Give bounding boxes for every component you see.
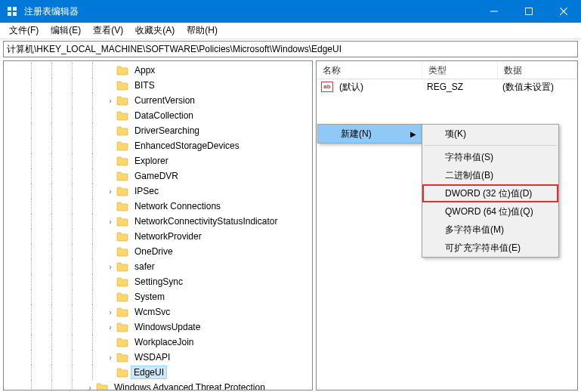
tree-item[interactable]: DriverSearching — [4, 123, 312, 138]
cell-name: (默认) — [333, 81, 421, 94]
tree-item[interactable]: DataCollection — [4, 108, 312, 123]
menu-item-key[interactable]: 项(K) — [422, 125, 558, 143]
tree-item[interactable]: Appx — [4, 63, 312, 78]
expander-icon[interactable]: › — [106, 262, 115, 271]
cell-data: (数值未设置) — [496, 81, 577, 94]
tree-item[interactable]: WorkplaceJoin — [4, 335, 312, 350]
tree-item-label: NetworkProvider — [134, 231, 202, 242]
svg-rect-0 — [8, 7, 11, 11]
expander-icon[interactable]: › — [106, 217, 115, 226]
menu-item-multistring[interactable]: 多字符串值(M) — [422, 221, 558, 239]
tree-item[interactable]: ›WindowsUpdate — [4, 319, 312, 335]
tree-item[interactable]: ›Windows Advanced Threat Protection — [4, 380, 312, 390]
tree-item[interactable]: ›WcmSvc — [4, 304, 312, 319]
menu-separator — [424, 145, 557, 146]
tree-item[interactable]: SettingSync — [4, 274, 312, 289]
tree-item[interactable]: NetworkProvider — [4, 229, 312, 244]
tree-item-label: WorkplaceJoin — [134, 337, 193, 347]
menu-edit[interactable]: 编辑(E) — [45, 23, 87, 39]
close-button[interactable] — [546, 0, 581, 23]
menu-item-qword[interactable]: QWORD (64 位)值(Q) — [422, 202, 558, 221]
menu-item-binary[interactable]: 二进制值(B) — [422, 166, 558, 184]
tree-item[interactable]: ›IPSec — [4, 184, 312, 199]
menu-item-new[interactable]: 新建(N) ▶ — [318, 125, 422, 143]
tree-item-label: safer — [134, 261, 155, 272]
menu-item-label: QWORD (64 位)值(Q) — [445, 205, 533, 218]
svg-rect-5 — [526, 8, 533, 15]
expander-icon[interactable]: › — [106, 96, 115, 105]
menu-item-label: 字符串值(S) — [445, 151, 493, 164]
menu-help[interactable]: 帮助(H) — [181, 23, 224, 39]
titlebar: 注册表编辑器 — [0, 0, 581, 23]
tree-item-label: Appx — [134, 65, 155, 76]
tree-item[interactable]: ›CurrentVersion — [4, 93, 312, 108]
list-row[interactable]: ab (默认) REG_SZ (数值未设置) — [317, 79, 577, 94]
menu-item-dword[interactable]: DWORD (32 位)值(D) — [422, 184, 558, 202]
tree-item-label: Explorer — [134, 156, 168, 166]
svg-rect-1 — [13, 7, 17, 11]
list-header: 名称 类型 数据 — [317, 61, 577, 79]
address-text: 计算机\HKEY_LOCAL_MACHINE\SOFTWARE\Policies… — [7, 43, 341, 56]
tree-item-label: BITS — [134, 80, 155, 91]
tree-item[interactable]: ›safer — [4, 259, 312, 274]
menu-favorites[interactable]: 收藏夹(A) — [129, 23, 181, 39]
tree-item-label: EdgeUI — [134, 367, 164, 378]
col-name[interactable]: 名称 — [317, 61, 422, 79]
menu-item-label: 新建(N) — [341, 128, 372, 140]
tree-item[interactable]: ›WSDAPI — [4, 350, 312, 365]
tree-item[interactable]: Network Connections — [4, 199, 312, 214]
tree-item-label: NetworkConnectivityStatusIndicator — [134, 216, 277, 227]
minimize-button[interactable] — [477, 0, 511, 23]
menu-item-label: 项(K) — [445, 128, 466, 140]
menu-file[interactable]: 文件(F) — [3, 23, 45, 39]
tree-item[interactable]: ›NetworkConnectivityStatusIndicator — [4, 214, 312, 229]
expander-icon[interactable]: › — [85, 383, 94, 390]
tree-item[interactable]: BITS — [4, 78, 312, 93]
expander-icon[interactable]: › — [106, 323, 115, 332]
tree-item-label: System — [134, 292, 165, 302]
string-value-icon: ab — [321, 82, 333, 92]
tree-item-label: WindowsUpdate — [134, 322, 200, 332]
col-type[interactable]: 类型 — [422, 61, 498, 79]
address-bar[interactable]: 计算机\HKEY_LOCAL_MACHINE\SOFTWARE\Policies… — [3, 41, 578, 57]
tree-item[interactable]: EnhancedStorageDevices — [4, 138, 312, 153]
menu-item-label: 可扩充字符串值(E) — [445, 242, 521, 255]
menu-item-label: 二进制值(B) — [445, 169, 493, 182]
tree-item-label: EnhancedStorageDevices — [134, 140, 240, 151]
col-data[interactable]: 数据 — [498, 61, 577, 79]
tree-item-label: Windows Advanced Threat Protection — [114, 382, 265, 390]
tree-item-label: CurrentVersion — [134, 95, 195, 106]
submenu-arrow-icon: ▶ — [410, 130, 416, 138]
tree-item-label: WSDAPI — [134, 352, 170, 363]
expander-icon[interactable]: › — [106, 307, 115, 316]
tree-item-label: WcmSvc — [134, 307, 170, 317]
tree-item[interactable]: Explorer — [4, 153, 312, 168]
tree-item-label: DriverSearching — [134, 125, 199, 136]
expander-icon[interactable]: › — [106, 187, 115, 196]
tree-item-label: OneDrive — [134, 246, 173, 257]
menu-item-expandstring[interactable]: 可扩充字符串值(E) — [422, 239, 558, 257]
menubar: 文件(F) 编辑(E) 查看(V) 收藏夹(A) 帮助(H) — [0, 23, 581, 39]
tree-item-label: IPSec — [134, 186, 159, 196]
menu-item-label: DWORD (32 位)值(D) — [445, 187, 532, 200]
expander-icon[interactable]: › — [106, 353, 115, 362]
tree-pane[interactable]: AppxBITS›CurrentVersionDataCollectionDri… — [3, 60, 313, 390]
tree-item-label: Network Connections — [134, 201, 221, 211]
context-menu: 新建(N) ▶ — [317, 124, 423, 144]
window-controls — [477, 0, 581, 23]
svg-rect-3 — [13, 12, 17, 16]
tree-item-label: DataCollection — [134, 110, 193, 121]
tree-item[interactable]: OneDrive — [4, 244, 312, 259]
tree-item[interactable]: System — [4, 289, 312, 304]
cell-type: REG_SZ — [421, 82, 496, 92]
menu-view[interactable]: 查看(V) — [87, 23, 129, 39]
menu-item-label: 多字符串值(M) — [445, 224, 504, 236]
app-icon — [6, 5, 18, 17]
tree-item-label: GameDVR — [134, 171, 178, 181]
tree-item[interactable]: EdgeUI — [4, 365, 312, 380]
menu-item-string[interactable]: 字符串值(S) — [422, 148, 558, 166]
tree-item[interactable]: GameDVR — [4, 168, 312, 184]
svg-rect-2 — [8, 12, 11, 16]
maximize-button[interactable] — [511, 0, 546, 23]
window-title: 注册表编辑器 — [24, 5, 477, 18]
